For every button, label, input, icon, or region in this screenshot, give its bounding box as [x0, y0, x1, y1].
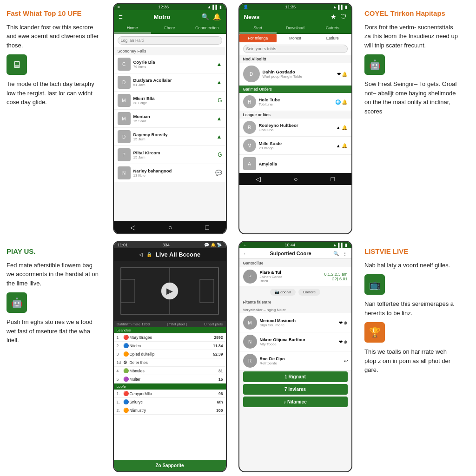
- phone1-status-bar: ≡ 12:36 ▲ ▌▌ ▮: [114, 4, 226, 10]
- list-item[interactable]: N Narley bahangood 13 Itbio 💬: [114, 164, 226, 182]
- list-item[interactable]: D Dayemy Ronstly 15 Jum ▲: [114, 128, 226, 146]
- loser-pts1: 96: [209, 391, 223, 396]
- phone2-tab-start[interactable]: Start: [239, 23, 277, 33]
- league2-info: Mille Soide 23 Btogo: [259, 141, 336, 150]
- league-item2[interactable]: M Mille Soide 23 Btogo ▲ 🔔: [239, 137, 351, 155]
- list-item[interactable]: C Coyrle Bia 76 lems ▲: [114, 55, 226, 73]
- item5-name: Dayemy Ronstly: [133, 132, 217, 137]
- flag4: 🟢: [123, 368, 130, 373]
- list-item[interactable]: P Piltal Kircom 15 Jam G: [114, 146, 226, 164]
- featured-p-scores: 0,1,2,2,3 am 22) 6.01: [324, 272, 347, 281]
- item4-action-icon[interactable]: ▲: [217, 115, 222, 122]
- list-item[interactable]: M Mkiirr Blla 28 Bdge G: [114, 92, 226, 110]
- featured-icons: ❤ 🔔: [337, 72, 348, 77]
- svg-rect-3: [121, 279, 135, 303]
- standings-row[interactable]: 5 🟣 Multer 15: [114, 375, 226, 383]
- back-icon2[interactable]: ◁: [256, 175, 261, 183]
- phone2-tab-catrets[interactable]: Catrets: [314, 23, 351, 33]
- item4-info: Montian 15 Saar: [133, 114, 217, 123]
- phone4-btn1[interactable]: 1 Rignant: [243, 371, 348, 382]
- standings-row[interactable]: 2 🔵 Ntideo 11.84: [114, 342, 226, 350]
- phone1-search-input[interactable]: [118, 36, 222, 45]
- pts4: 31: [209, 369, 223, 373]
- recents-icon[interactable]: □: [205, 224, 209, 231]
- item6-action-icon[interactable]: G: [218, 152, 222, 158]
- phone2-subtab-morest[interactable]: Morest: [277, 34, 314, 42]
- loser-row[interactable]: 1. 🔵 Snluryc 6th: [114, 398, 226, 406]
- phone2-tab-download[interactable]: Download: [277, 23, 314, 33]
- player-row1[interactable]: M Meriood Masioorh Sign Stiulmolte ❤ ⊕: [239, 313, 351, 332]
- home-icon2[interactable]: ○: [294, 175, 298, 183]
- holotube-sub: Tobltune: [259, 102, 335, 106]
- phone3-wrapper: 11:01 334 💬 🔔 📡 ◁ 🔒 Live All Bccone ▶ Bu…: [107, 238, 232, 476]
- losers-title: Loofe: [117, 384, 126, 389]
- item5-action-icon[interactable]: ▲: [217, 133, 222, 140]
- extra-item[interactable]: A Amylolia: [239, 155, 351, 173]
- phone4-more-icon[interactable]: ⋮: [343, 251, 347, 256]
- phone1-tab-fhore[interactable]: Fhore: [151, 23, 188, 33]
- action-btn2[interactable]: Loatere: [298, 289, 320, 296]
- loser-pts3: 300: [209, 408, 223, 413]
- standings-row[interactable]: 1d ⚙ Defer thes: [114, 358, 226, 367]
- phone2-title: News: [244, 13, 260, 20]
- back-icon[interactable]: ◁: [130, 224, 135, 231]
- phone2-subtab-eatiure[interactable]: Eatiure: [314, 34, 351, 42]
- phone1: ≡ 12:36 ▲ ▌▌ ▮ ☰ Motro 🔍 🔔 Home Fhore Co…: [113, 3, 227, 234]
- phone2-subtab-formlenga[interactable]: For mlenga: [239, 34, 277, 42]
- holotube-icons: 🌐 🔔: [335, 99, 348, 105]
- recents-icon2[interactable]: □: [331, 175, 335, 183]
- phone1-menu-icon[interactable]: ☰: [119, 14, 123, 20]
- standings-row[interactable]: 1 🔴 Mary Brageo 2892: [114, 333, 226, 342]
- item1-name: Coyrle Bia: [133, 60, 217, 65]
- top-left-body: This lcander fost ow this secrore and ew…: [7, 23, 100, 50]
- rank1: 1: [117, 335, 123, 340]
- phone2-green-bar: Garimed Unders: [239, 86, 351, 93]
- player3-name: Roc Fie Fipo: [260, 357, 344, 361]
- league1-info: Rooleyno Hultbeor Oaoliuna: [259, 123, 336, 132]
- phone4-back-icon[interactable]: ←: [243, 251, 248, 256]
- player1-sub: Sign Stiulmolte: [260, 323, 339, 327]
- item2-action-icon[interactable]: ▲: [217, 79, 222, 86]
- item7-action-icon[interactable]: 💬: [215, 170, 222, 176]
- flag3: 🟠: [123, 351, 130, 357]
- league-item1[interactable]: R Rooleyno Hultbeor Oaoliuna ▲ 🔔: [239, 119, 351, 137]
- phone1-tab-home[interactable]: Home: [114, 23, 151, 33]
- list-item[interactable]: D Duafyara Acollalar 51 Jam ▲: [114, 73, 226, 92]
- phone2-shield-icon[interactable]: 🛡: [340, 13, 347, 20]
- loser-row[interactable]: 2. 🟠 Nlimustry 300: [114, 406, 226, 415]
- svg-rect-4: [200, 279, 214, 303]
- phone3-bottom-btn[interactable]: Zo Sapporite: [114, 460, 226, 471]
- list-item[interactable]: M Montian 15 Saar ▲: [114, 110, 226, 128]
- phone4-btn2[interactable]: 7 Inviares: [243, 384, 348, 395]
- home-icon[interactable]: ○: [168, 224, 172, 231]
- item5-info: Dayemy Ronstly 15 Jum: [133, 132, 217, 141]
- phone1-bell-icon[interactable]: 🔔: [213, 13, 221, 20]
- phone2-search-input[interactable]: [243, 45, 348, 53]
- item3-name: Mkiirr Blla: [133, 96, 218, 101]
- holotube-item[interactable]: H Holo Tube Tobltune 🌐 🔔: [239, 93, 351, 111]
- phone4-search-icon[interactable]: 🔍: [333, 251, 339, 256]
- phone2-star-icon[interactable]: ★: [331, 13, 337, 20]
- player-row3[interactable]: R Roc Fie Fipo Refrtoonte ↩: [239, 351, 351, 370]
- standings-row[interactable]: 4 🟢 Mbnules 31: [114, 367, 226, 375]
- phone1-tab-connection[interactable]: Connnection: [188, 23, 225, 33]
- player3-avatar: R: [243, 354, 257, 368]
- phone4-status-time: 10:44: [284, 243, 295, 247]
- league1-avatar: R: [243, 121, 256, 134]
- player-row2[interactable]: N Nikorr Otijuna Burftour Mty Tooce ❤ ⊕: [239, 332, 351, 351]
- standings-title: Leandes: [117, 328, 131, 332]
- league2-sub: 23 Btogo: [259, 146, 336, 150]
- item1-action-icon[interactable]: ▲: [217, 61, 222, 67]
- phone3-back-icon[interactable]: ◁: [139, 252, 143, 257]
- item3-action-icon[interactable]: G: [218, 97, 222, 104]
- item2-name: Duafyara Acollalar: [133, 78, 217, 83]
- phone1-search-icon[interactable]: 🔍: [201, 13, 209, 20]
- bottom-left-heading: PIAY US.: [7, 246, 100, 257]
- loser-row[interactable]: 1. 🔴 GenyperMllo 96: [114, 390, 226, 398]
- phone3-standings-list: 1 🔴 Mary Brageo 2892 2 🔵 Ntideo 11.84 3 …: [114, 333, 226, 460]
- phone4-btn3[interactable]: ♪ Nitamice: [243, 397, 348, 407]
- phone4-featured-player[interactable]: P Plare & Tul Jalhen Cance Bnell 0,1,2,2…: [239, 267, 351, 286]
- standings-row[interactable]: 3 🟠 Opied duiteliip 52.39: [114, 350, 226, 358]
- action-btn1[interactable]: 📷 dooivil: [270, 289, 296, 296]
- featured-item[interactable]: D Dahin Gostlado Wart poop Rangin Table …: [239, 63, 351, 86]
